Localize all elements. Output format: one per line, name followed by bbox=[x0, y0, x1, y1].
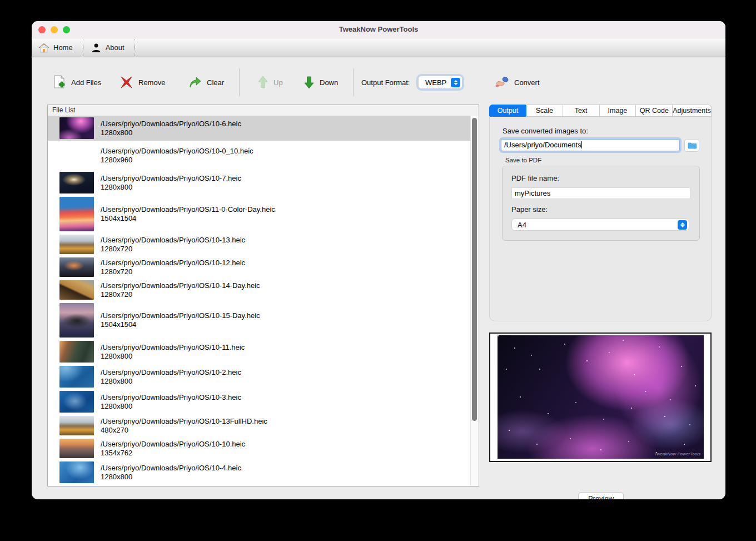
file-path: /Users/priyo/Downloads/Priyo/iOS/10-6.he… bbox=[101, 120, 241, 128]
file-thumbnail bbox=[59, 416, 94, 435]
file-info: /Users/priyo/Downloads/Priyo/iOS/10-13.h… bbox=[101, 236, 245, 254]
file-list-row[interactable]: /Users/priyo/Downloads/Priyo/iOS/10-12.h… bbox=[48, 256, 471, 279]
toolbar: Add Files Remove Clear Up bbox=[32, 56, 725, 105]
paper-size-select[interactable]: A4 bbox=[511, 219, 689, 231]
file-thumbnail bbox=[59, 439, 94, 458]
up-label: Up bbox=[273, 78, 283, 87]
tab-image[interactable]: Image bbox=[600, 105, 636, 117]
file-list: File List /Users/priyo/Downloads/Priyo/i… bbox=[47, 105, 479, 487]
file-resolution: 1280x800 bbox=[101, 352, 245, 361]
file-thumbnail bbox=[59, 366, 94, 388]
file-path: /Users/priyo/Downloads/Priyo/iOS/10-13Fu… bbox=[101, 417, 267, 426]
file-list-row[interactable]: /Users/priyo/Downloads/Priyo/iOS/10-3.he… bbox=[48, 389, 471, 414]
file-thumbnail bbox=[59, 280, 94, 300]
nav-tab-about-label: About bbox=[106, 43, 125, 52]
down-arrow-icon bbox=[304, 76, 315, 89]
file-thumbnail bbox=[59, 235, 94, 254]
output-tab-panel: Save converted images to: /Users/priyo/D… bbox=[489, 117, 712, 321]
nav-tab-home[interactable]: Home bbox=[32, 38, 83, 57]
clear-icon bbox=[188, 76, 202, 89]
file-list-row[interactable]: /Users/priyo/Downloads/Priyo/iOS/10-11.h… bbox=[48, 339, 471, 364]
file-path: /Users/priyo/Downloads/Priyo/iOS/10-4.he… bbox=[101, 464, 241, 473]
file-list-row[interactable]: /Users/priyo/Downloads/Priyo/iOS/11-0-Co… bbox=[48, 195, 471, 233]
tab-output[interactable]: Output bbox=[489, 105, 526, 117]
file-list-scrollbar[interactable] bbox=[470, 116, 479, 486]
add-files-button[interactable]: Add Files bbox=[53, 74, 101, 91]
file-resolution: 1354x762 bbox=[101, 449, 245, 458]
output-format-select[interactable]: WEBP bbox=[418, 76, 462, 89]
file-thumbnail bbox=[59, 172, 94, 193]
file-path: /Users/priyo/Downloads/Priyo/iOS/10-0_10… bbox=[101, 147, 253, 156]
file-list-row[interactable]: /Users/priyo/Downloads/Priyo/iOS/10-8.he… bbox=[48, 485, 471, 486]
clear-label: Clear bbox=[207, 78, 224, 87]
file-list-row[interactable]: /Users/priyo/Downloads/Priyo/iOS/10-0_10… bbox=[48, 141, 471, 170]
file-thumbnail bbox=[59, 197, 94, 231]
file-path: /Users/priyo/Downloads/Priyo/iOS/10-10.h… bbox=[101, 440, 245, 449]
pdf-name-value: myPictures bbox=[515, 189, 550, 197]
tab-adjustments[interactable]: Adjustments bbox=[673, 105, 712, 117]
file-list-row[interactable]: /Users/priyo/Downloads/Priyo/iOS/10-10.h… bbox=[48, 437, 471, 460]
file-list-row[interactable]: /Users/priyo/Downloads/Priyo/iOS/10-7.he… bbox=[48, 170, 471, 195]
file-list-row[interactable]: /Users/priyo/Downloads/Priyo/iOS/10-14-D… bbox=[48, 279, 471, 301]
file-thumbnail bbox=[59, 117, 94, 139]
tab-scale[interactable]: Scale bbox=[526, 105, 563, 117]
remove-label: Remove bbox=[138, 78, 165, 87]
file-path: /Users/priyo/Downloads/Priyo/iOS/10-2.he… bbox=[101, 368, 241, 377]
stepper-icon bbox=[451, 78, 460, 87]
file-path: /Users/priyo/Downloads/Priyo/iOS/11-0-Co… bbox=[101, 205, 275, 214]
file-info: /Users/priyo/Downloads/Priyo/iOS/10-14-D… bbox=[101, 281, 260, 299]
pdf-name-input[interactable]: myPictures bbox=[511, 187, 690, 199]
remove-icon bbox=[120, 76, 133, 89]
file-path: /Users/priyo/Downloads/Priyo/iOS/10-14-D… bbox=[101, 281, 260, 290]
file-path: /Users/priyo/Downloads/Priyo/iOS/10-15-D… bbox=[101, 311, 260, 320]
save-path-value: /Users/priyo/Documents bbox=[504, 141, 581, 149]
tab-qr-code[interactable]: QR Code bbox=[636, 105, 673, 117]
browse-folder-button[interactable] bbox=[684, 139, 699, 152]
paper-size-label: Paper size: bbox=[511, 205, 548, 214]
add-files-icon bbox=[53, 75, 66, 90]
file-resolution: 480x270 bbox=[101, 426, 267, 435]
preview-button[interactable]: Preview bbox=[578, 492, 624, 499]
move-up-button[interactable]: Up bbox=[257, 74, 283, 91]
output-format-label: Output Format: bbox=[361, 78, 410, 87]
file-resolution: 1280x800 bbox=[101, 183, 241, 192]
file-list-body[interactable]: /Users/priyo/Downloads/Priyo/iOS/10-6.he… bbox=[48, 116, 471, 486]
file-list-row[interactable]: /Users/priyo/Downloads/Priyo/iOS/10-13Fu… bbox=[48, 414, 471, 437]
file-info: /Users/priyo/Downloads/Priyo/iOS/10-0_10… bbox=[101, 147, 253, 165]
file-list-row[interactable]: /Users/priyo/Downloads/Priyo/iOS/10-13.h… bbox=[48, 233, 471, 256]
file-list-row[interactable]: /Users/priyo/Downloads/Priyo/iOS/10-6.he… bbox=[48, 116, 471, 141]
file-path: /Users/priyo/Downloads/Priyo/iOS/10-13.h… bbox=[101, 236, 245, 245]
output-format-value: WEBP bbox=[425, 78, 446, 87]
file-resolution: 1280x800 bbox=[101, 377, 241, 386]
convert-label: Convert bbox=[514, 78, 540, 87]
pdf-group-title: Save to PDF bbox=[505, 157, 541, 163]
file-list-row[interactable]: /Users/priyo/Downloads/Priyo/iOS/10-15-D… bbox=[48, 301, 471, 339]
text-caret bbox=[581, 141, 582, 148]
move-down-button[interactable]: Down bbox=[304, 74, 338, 91]
save-path-input[interactable]: /Users/priyo/Documents bbox=[501, 139, 680, 151]
file-path: /Users/priyo/Downloads/Priyo/iOS/10-7.he… bbox=[101, 174, 241, 183]
file-resolution: 1280x800 bbox=[101, 402, 241, 411]
file-thumbnail bbox=[59, 142, 94, 168]
add-files-label: Add Files bbox=[71, 78, 101, 87]
file-list-row[interactable]: /Users/priyo/Downloads/Priyo/iOS/10-2.he… bbox=[48, 364, 471, 389]
file-list-row[interactable]: /Users/priyo/Downloads/Priyo/iOS/10-4.he… bbox=[48, 460, 471, 485]
scrollbar-thumb[interactable] bbox=[472, 118, 477, 421]
file-resolution: 1280x960 bbox=[101, 156, 253, 165]
clear-button[interactable]: Clear bbox=[188, 74, 224, 91]
settings-tab-bar: OutputScaleTextImageQR CodeAdjustments bbox=[489, 105, 712, 117]
file-path: /Users/priyo/Downloads/Priyo/iOS/10-12.h… bbox=[101, 259, 245, 267]
title-bar: TweakNow PowerTools bbox=[32, 21, 725, 38]
nav-tab-about[interactable]: About bbox=[84, 38, 135, 57]
home-icon bbox=[38, 42, 49, 53]
file-info: /Users/priyo/Downloads/Priyo/iOS/10-6.he… bbox=[101, 120, 241, 137]
file-info: /Users/priyo/Downloads/Priyo/iOS/10-10.h… bbox=[101, 440, 245, 458]
nav-separator bbox=[135, 39, 136, 56]
person-icon bbox=[91, 42, 102, 53]
file-info: /Users/priyo/Downloads/Priyo/iOS/10-7.he… bbox=[101, 174, 241, 192]
preview-frame: TweakNow PowerTools bbox=[489, 332, 712, 462]
convert-button[interactable]: Convert bbox=[495, 74, 540, 91]
file-resolution: 1504x1504 bbox=[101, 320, 260, 329]
tab-text[interactable]: Text bbox=[563, 105, 600, 117]
remove-button[interactable]: Remove bbox=[120, 74, 165, 91]
